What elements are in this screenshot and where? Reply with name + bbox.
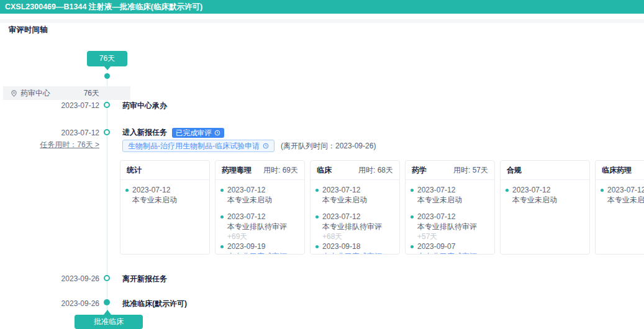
status-entry: 2023-09-19 本专业已完成审评 bbox=[220, 242, 299, 255]
card-pharmacy: 药学 用时: 57天 2023-07-12 本专业未启动 2023-07-12 … bbox=[405, 160, 495, 255]
review-complete-badge-label: 已完成审评 bbox=[176, 128, 212, 137]
entry-date: 2023-07-12 bbox=[132, 186, 170, 194]
location-pin-icon bbox=[11, 90, 17, 97]
timeline-node-circle bbox=[104, 275, 110, 281]
entry-status: 本专业排队待审评 bbox=[322, 222, 394, 231]
bullet-icon bbox=[601, 189, 604, 192]
entry-date-line: 2023-07-12 bbox=[220, 186, 299, 194]
entry-status-link[interactable]: 本专业已完成审评 bbox=[227, 252, 299, 255]
status-entry: 2023-07-12 本专业未启动 bbox=[315, 186, 394, 204]
card-title: 临床药理 bbox=[602, 165, 632, 176]
application-type-tag-label: 生物制品-治疗用生物制品-临床试验申请 bbox=[128, 142, 260, 150]
timeline-start-dot bbox=[104, 73, 110, 79]
timeline-node-circle bbox=[104, 129, 110, 135]
card-body: 2023-07-12 本专业未启动 bbox=[120, 180, 209, 204]
status-entry: 2023-07-12 本专业排队待审评 bbox=[315, 212, 394, 231]
entry-status-link[interactable]: 本专业已完成审评 bbox=[322, 252, 394, 255]
card-clinical-pharmacology: 临床药理 2023-07-12 本专业未启动 bbox=[595, 160, 644, 255]
queue-days-note: +68天 bbox=[322, 232, 394, 241]
entry-status: 本专业未启动 bbox=[512, 196, 584, 204]
card-duration: 用时: 69天 bbox=[263, 165, 298, 176]
card-body: 2023-07-12 本专业未启动 2023-07-12 本专业排队待审评 +5… bbox=[406, 180, 494, 255]
entry-status-link[interactable]: 本专业已完成审评 bbox=[417, 252, 489, 255]
specialty-cards-row: 统计 2023-07-12 本专业未启动 药理毒理 用时: 69天 2023-0… bbox=[120, 160, 644, 255]
task-tag-row: 生物制品-治疗用生物制品-临床试验申请 (离开队列时间：2023-09-26) bbox=[122, 140, 376, 152]
bullet-icon bbox=[220, 189, 224, 192]
window-title-bar: CXSL2300469—B1344 注射液—批准临床(临床默示许可) bbox=[0, 0, 644, 14]
status-entry: 2023-07-12 本专业未启动 bbox=[125, 186, 204, 204]
bullet-icon bbox=[315, 245, 319, 248]
card-header: 临床药理 bbox=[596, 161, 644, 180]
entry-date: 2023-09-19 bbox=[227, 242, 265, 251]
card-header: 临床 用时: 68天 bbox=[311, 161, 399, 180]
bullet-icon bbox=[410, 215, 414, 219]
clock-icon bbox=[263, 143, 269, 149]
entry-date-line: 2023-07-12 bbox=[125, 186, 204, 194]
queue-leave-time-note: (离开队列时间：2023-09-26) bbox=[281, 141, 376, 151]
total-days-label: 76天 bbox=[99, 54, 115, 63]
entry-date: 2023-07-12 bbox=[322, 212, 360, 221]
entry-date: 2023-07-12 bbox=[417, 212, 455, 221]
entry-date: 2023-07-12 bbox=[607, 186, 644, 194]
event-date: 2023-07-12 bbox=[12, 128, 99, 137]
status-entry: 2023-09-18 本专业已完成审评 bbox=[315, 242, 394, 255]
status-entry: 2023-07-12 本专业未启动 bbox=[220, 186, 299, 204]
card-title: 临床 bbox=[317, 165, 332, 176]
review-center-name: 药审中心 bbox=[20, 88, 50, 99]
card-body: 2023-07-12 本专业未启动 bbox=[501, 180, 589, 204]
bullet-icon bbox=[410, 189, 414, 192]
bullet-icon bbox=[315, 215, 319, 219]
entry-date-line: 2023-07-12 bbox=[315, 186, 394, 194]
task-duration-link[interactable]: 任务用时：76天 > bbox=[12, 140, 99, 150]
card-header: 药学 用时: 57天 bbox=[406, 161, 494, 180]
card-title: 药学 bbox=[412, 165, 427, 176]
event-title-text: 离开新报任务 bbox=[122, 274, 167, 284]
bullet-icon bbox=[410, 245, 414, 248]
card-pharmacology-toxicology: 药理毒理 用时: 69天 2023-07-12 本专业未启动 2023-07-1… bbox=[215, 160, 305, 255]
timeline-end-dot bbox=[104, 299, 110, 305]
entry-status: 本专业排队待审评 bbox=[417, 222, 489, 231]
entry-status: 本专业排队待审评 bbox=[227, 222, 299, 231]
card-duration: 用时: 57天 bbox=[453, 165, 488, 176]
entry-date: 2023-09-18 bbox=[322, 242, 360, 251]
entry-date: 2023-09-07 bbox=[417, 242, 455, 251]
card-duration: 用时: 68天 bbox=[358, 165, 393, 176]
timeline-node-circle bbox=[104, 102, 110, 108]
review-complete-badge[interactable]: 已完成审评 bbox=[172, 128, 224, 138]
approval-badge-label: 批准临床 bbox=[94, 317, 124, 326]
panel-divider bbox=[0, 19, 644, 23]
bullet-icon bbox=[220, 245, 224, 248]
event-title: 批准临床(默示许可) bbox=[122, 299, 187, 309]
event-title: 药审中心承办 bbox=[122, 101, 167, 111]
event-date: 2023-09-26 bbox=[12, 299, 99, 308]
entry-status: 本专业未启动 bbox=[132, 196, 204, 204]
section-title: 审评时间轴 bbox=[9, 25, 48, 35]
clock-icon bbox=[214, 130, 220, 136]
entry-status: 本专业未启动 bbox=[322, 196, 394, 204]
event-title-text: 批准临床(默示许可) bbox=[122, 299, 187, 309]
event-title-text: 进入新报任务 bbox=[122, 127, 167, 138]
bullet-icon bbox=[506, 189, 509, 192]
review-center-row: 药审中心 76天 bbox=[3, 86, 130, 100]
card-clinical: 临床 用时: 68天 2023-07-12 本专业未启动 2023-07-12 … bbox=[310, 160, 400, 255]
entry-date-line: 2023-07-12 bbox=[410, 186, 489, 194]
review-center-days: 76天 bbox=[84, 88, 99, 99]
total-days-badge: 76天 bbox=[87, 51, 127, 66]
entry-date: 2023-07-12 bbox=[227, 186, 265, 194]
entry-status: 本专业未启动 bbox=[607, 196, 644, 204]
entry-date: 2023-07-12 bbox=[417, 186, 455, 194]
card-title: 药理毒理 bbox=[222, 165, 252, 176]
queue-days-note: +69天 bbox=[227, 232, 299, 241]
bullet-icon bbox=[315, 189, 319, 192]
entry-status: 本专业未启动 bbox=[227, 196, 299, 204]
entry-date: 2023-07-12 bbox=[512, 186, 550, 194]
application-type-tag[interactable]: 生物制品-治疗用生物制品-临床试验申请 bbox=[122, 140, 274, 152]
entry-date-line: 2023-07-12 bbox=[601, 186, 644, 194]
entry-date-line: 2023-07-12 bbox=[220, 212, 299, 221]
entry-date-line: 2023-07-12 bbox=[506, 186, 584, 194]
card-body: 2023-07-12 本专业未启动 2023-07-12 本专业排队待审评 +6… bbox=[215, 180, 304, 255]
card-compliance: 合规 2023-07-12 本专业未启动 bbox=[500, 160, 590, 255]
queue-days-note: +57天 bbox=[417, 232, 489, 241]
approval-badge: 批准临床 bbox=[75, 315, 143, 329]
entry-date: 2023-07-12 bbox=[322, 186, 360, 194]
